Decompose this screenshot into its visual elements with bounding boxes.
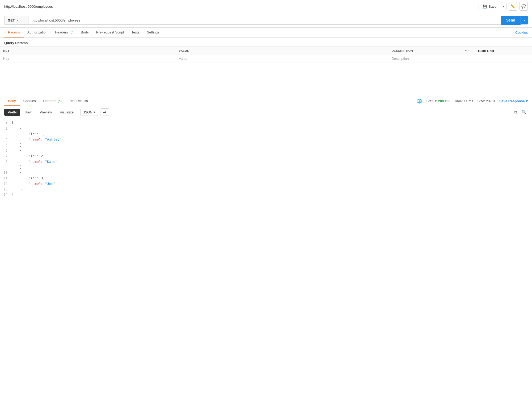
- format-tab-pretty[interactable]: Pretty: [4, 109, 20, 116]
- wrap-lines-button[interactable]: ⇌: [100, 108, 109, 116]
- time-value: 11 ms: [464, 99, 473, 103]
- send-dropdown-button[interactable]: ▾: [521, 16, 528, 24]
- save-button[interactable]: 💾 Save: [479, 3, 500, 10]
- method-chevron: ▾: [16, 19, 18, 22]
- bulk-cell: [475, 55, 532, 62]
- tab-params-label: Params: [8, 30, 20, 34]
- save-button-group: 💾 Save ▾: [479, 3, 506, 10]
- response-tab-cookies[interactable]: Cookies: [20, 96, 40, 106]
- tab-tests[interactable]: Tests: [128, 28, 143, 37]
- search-button[interactable]: 🔍: [520, 108, 528, 116]
- tab-headers-label: Headers: [55, 30, 69, 34]
- code-line: 10 {: [0, 170, 532, 176]
- save-response-chevron: ▾: [526, 99, 528, 103]
- code-line: 1[: [0, 120, 532, 126]
- search-icon: 🔍: [522, 110, 527, 114]
- response-tab-cookies-label: Cookies: [23, 99, 36, 103]
- json-format-label: JSON: [83, 110, 92, 114]
- table-row: Key Value Description: [0, 55, 532, 62]
- tab-prerequest-label: Pre-request Script: [96, 30, 124, 34]
- code-line: 3 "id": 1,: [0, 131, 532, 137]
- line-content: }: [12, 187, 532, 192]
- size-value: 237 B: [486, 99, 495, 103]
- tab-authorization[interactable]: Authorization: [24, 28, 51, 37]
- tab-settings[interactable]: Settings: [143, 28, 163, 37]
- code-line: 8 "name": "Kate": [0, 159, 532, 165]
- line-content: {: [12, 148, 532, 154]
- cookies-link[interactable]: Cookies: [515, 28, 528, 37]
- line-number: 7: [0, 154, 12, 159]
- bulk-edit-label[interactable]: Bulk Edit: [478, 49, 494, 53]
- tab-body[interactable]: Body: [77, 28, 92, 37]
- response-section: Body Cookies Headers (5) Test Results 🌐 …: [0, 96, 532, 416]
- method-selector[interactable]: GET ▾: [4, 16, 28, 25]
- line-number: 5: [0, 142, 12, 148]
- comment-icon-button[interactable]: 💬: [519, 2, 528, 11]
- key-cell[interactable]: Key: [0, 55, 176, 62]
- status-value: 200 OK: [438, 99, 450, 103]
- more-options-icon[interactable]: ···: [463, 48, 471, 53]
- tab-prerequest[interactable]: Pre-request Script: [92, 28, 128, 37]
- line-number: 2: [0, 126, 12, 131]
- line-content: "id": 1,: [12, 131, 532, 137]
- line-number: 8: [0, 159, 12, 164]
- line-content: "id": 3,: [12, 176, 532, 181]
- line-content: },: [12, 164, 532, 170]
- response-tabs-bar: Body Cookies Headers (5) Test Results 🌐 …: [0, 96, 532, 106]
- line-number: 13: [0, 187, 12, 192]
- wrap-icon: ⇌: [103, 110, 106, 114]
- code-line: 7 "id": 2,: [0, 154, 532, 159]
- line-number: 3: [0, 131, 12, 137]
- col-header-description: DESCRIPTION: [388, 47, 459, 55]
- save-chevron[interactable]: ▾: [500, 3, 506, 10]
- value-placeholder: Value: [179, 57, 187, 61]
- format-tab-raw[interactable]: Raw: [21, 109, 35, 116]
- time-label: Time: 11 ms: [454, 99, 473, 103]
- url-input[interactable]: [28, 16, 501, 25]
- description-cell[interactable]: Description: [388, 55, 459, 62]
- line-content: ]: [12, 192, 532, 198]
- response-tab-test-results[interactable]: Test Results: [65, 96, 92, 106]
- top-bar-url: http://localhost:5000/employees: [4, 5, 53, 9]
- request-bar: GET ▾ Send ▾: [0, 13, 532, 28]
- response-tab-test-results-label: Test Results: [69, 99, 88, 103]
- save-response-button[interactable]: Save Response ▾: [499, 99, 528, 103]
- response-tab-body-label: Body: [8, 99, 16, 103]
- comment-icon: 💬: [521, 4, 526, 9]
- line-content: "name": "Kate": [12, 159, 532, 165]
- format-tab-preview[interactable]: Preview: [36, 109, 55, 116]
- line-content: "name": "Joe": [12, 181, 532, 187]
- method-label: GET: [8, 18, 15, 22]
- json-format-chevron: ▾: [94, 111, 95, 114]
- line-content: "name": "Ashley": [12, 137, 532, 142]
- response-headers-badge: (5): [58, 99, 62, 103]
- top-bar: http://localhost:5000/employees 💾 Save ▾…: [0, 0, 532, 13]
- save-label: Save: [488, 5, 496, 9]
- edit-icon-button[interactable]: ✏️: [509, 2, 517, 11]
- tab-headers[interactable]: Headers (6): [51, 28, 77, 37]
- copy-button[interactable]: ⧉: [512, 108, 519, 116]
- response-tab-headers[interactable]: Headers (5): [40, 96, 65, 106]
- json-format-selector[interactable]: JSON ▾: [80, 109, 98, 116]
- line-number: 1: [0, 120, 12, 126]
- send-button-group: Send ▾: [501, 16, 528, 25]
- code-view: 1[2 {3 "id": 1,4 "name": "Ashley"5 },6 {…: [0, 118, 532, 416]
- headers-badge: (6): [69, 31, 73, 34]
- line-content: {: [12, 170, 532, 176]
- top-bar-actions: 💾 Save ▾ ✏️ 💬: [479, 2, 528, 11]
- code-line: 12 "name": "Joe": [0, 181, 532, 187]
- params-table: KEY VALUE DESCRIPTION ··· Bulk Edit Key: [0, 46, 532, 62]
- response-tab-body[interactable]: Body: [4, 96, 20, 106]
- code-line: 6 {: [0, 148, 532, 154]
- copy-icon: ⧉: [514, 110, 517, 114]
- line-number: 14: [0, 192, 12, 197]
- col-header-actions: ···: [459, 47, 475, 55]
- tab-tests-label: Tests: [132, 30, 140, 34]
- send-button[interactable]: Send: [501, 16, 521, 25]
- response-status-area: 🌐 Status: 200 OK Time: 11 ms Size: 237 B…: [417, 99, 528, 104]
- line-content: [: [12, 120, 532, 126]
- value-cell[interactable]: Value: [176, 55, 389, 62]
- format-tab-visualize[interactable]: Visualize: [56, 109, 77, 116]
- col-header-value: VALUE: [176, 47, 389, 55]
- tab-params[interactable]: Params: [4, 28, 24, 37]
